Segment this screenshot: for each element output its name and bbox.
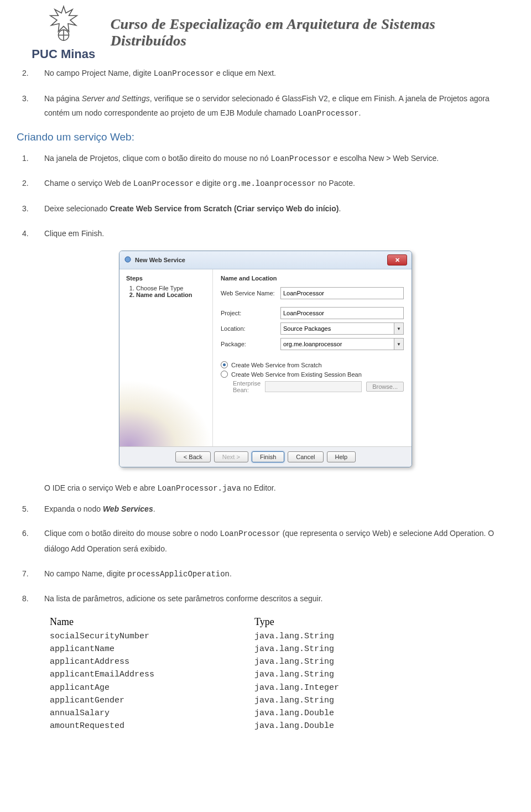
list-text: Clique com o botão direito do mouse sobr…	[44, 526, 514, 556]
text-segment: Web Services	[103, 504, 153, 513]
dialog-title-text: New Web Service	[135, 257, 185, 263]
list-item: 2.Chame o serviço Web de LoanProcessor e…	[17, 176, 514, 191]
crest-icon	[41, 3, 86, 45]
brand-label: PUC Minas	[17, 47, 111, 61]
list-number: 7.	[17, 566, 44, 582]
chevron-down-icon[interactable]: ▼	[394, 338, 404, 350]
page-header: PUC Minas Curso de Especialização em Arq…	[17, 0, 514, 61]
section-heading: Criando um serviço Web:	[17, 131, 514, 143]
text-segment: Na lista de parâmetros, adicione os sete…	[44, 594, 322, 603]
text-segment: LoanProcessor.java	[157, 484, 241, 493]
radio-existing[interactable]: Create Web Service from Existing Session…	[221, 371, 404, 378]
package-combo[interactable]: ▼	[280, 338, 404, 350]
help-button[interactable]: Help	[327, 451, 356, 462]
location-input[interactable]	[280, 322, 394, 335]
browse-button: Browse...	[366, 382, 404, 392]
text-segment: Deixe selecionado	[44, 204, 110, 213]
col-name: Name	[50, 616, 254, 628]
dialog-icon	[124, 256, 132, 264]
text-segment: .	[153, 504, 155, 513]
list-text: Clique em Finish.	[44, 226, 514, 241]
ent-bean-input	[265, 381, 362, 392]
list-item: 4.Clique em Finish.	[17, 226, 514, 241]
list-item: 7.No campo Name, digite processApplicOpe…	[17, 566, 514, 582]
list-item: 5.Expanda o nodo Web Services.	[17, 502, 514, 517]
param-table-head: Name Type	[50, 616, 514, 628]
package-input[interactable]	[280, 338, 394, 350]
back-button[interactable]: < Back	[175, 451, 211, 462]
list-text: No campo Project Name, digite LoanProces…	[44, 66, 514, 81]
text-segment: Clique em Finish.	[44, 229, 104, 238]
param-row: amountRequestedjava.lang.Double	[50, 720, 514, 732]
list-item: 3.Na página Server and Settings, verifiq…	[17, 91, 514, 121]
row-project: Project:	[221, 307, 404, 319]
list-number: 5.	[17, 502, 44, 517]
steps-heading: Steps	[126, 275, 207, 282]
dialog-body: Steps Choose File Type Name and Location…	[119, 269, 412, 446]
text-segment: org.me.loanprocessor	[223, 179, 316, 188]
param-row: applicantAddressjava.lang.String	[50, 655, 514, 668]
steps-list: Choose File Type Name and Location	[126, 285, 207, 298]
text-segment: Server and Settings	[82, 94, 150, 103]
radio-icon	[221, 371, 228, 378]
param-name: amountRequested	[50, 720, 254, 732]
logo-block: PUC Minas	[17, 3, 111, 61]
dialog-screenshot: New Web Service ✕ Steps Choose File Type…	[119, 251, 412, 467]
list-text: Na página Server and Settings, verifique…	[44, 91, 514, 121]
text-segment: .	[339, 204, 341, 213]
step-2: Name and Location	[136, 292, 207, 298]
param-type: java.lang.Double	[254, 720, 334, 732]
list-text: Na janela de Projetos, clique com o botã…	[44, 151, 514, 166]
radio-scratch-label: Create Web Service from Scratch	[231, 362, 322, 368]
param-row: applicantGenderjava.lang.String	[50, 694, 514, 707]
list-text: Na lista de parâmetros, adicione os sete…	[44, 591, 514, 606]
chevron-down-icon[interactable]: ▼	[394, 322, 404, 335]
page: PUC Minas Curso de Especialização em Arq…	[0, 0, 531, 755]
text-segment: No campo Name, digite	[44, 569, 127, 578]
param-name: socialSecurityNumber	[50, 630, 254, 643]
course-title: Curso de Especialização em Arquitetura d…	[111, 16, 514, 49]
location-combo[interactable]: ▼	[280, 322, 404, 335]
after-dialog-text: O IDE cria o serviço Web e abre LoanProc…	[44, 481, 514, 496]
list-text: Chame o serviço Web de LoanProcessor e d…	[44, 176, 514, 191]
param-name: applicantAge	[50, 681, 254, 694]
list-number: 8.	[17, 591, 44, 606]
text-segment: Na janela de Projetos, clique com o botã…	[44, 154, 270, 163]
text-segment: Expanda o nodo	[44, 504, 103, 513]
dialog-button-bar: < Back Next > Finish Cancel Help	[119, 446, 412, 467]
panel-heading: Name and Location	[221, 275, 404, 282]
ws-name-input[interactable]	[280, 287, 404, 299]
text-segment: e digite	[194, 179, 223, 188]
param-row: annualSalaryjava.lang.Double	[50, 707, 514, 720]
close-button[interactable]: ✕	[387, 254, 407, 266]
list-number: 6.	[17, 526, 44, 556]
step-1: Choose File Type	[136, 285, 207, 292]
dialog-steps-panel: Steps Choose File Type Name and Location	[119, 269, 213, 446]
param-row: socialSecurityNumberjava.lang.String	[50, 630, 514, 643]
param-type: java.lang.String	[254, 643, 334, 655]
list-item: 6.Clique com o botão direito do mouse so…	[17, 526, 514, 556]
instruction-list-top: 2.No campo Project Name, digite LoanProc…	[17, 66, 514, 121]
row-package: Package: ▼	[221, 338, 404, 350]
text-segment: processApplicOperation	[127, 570, 230, 579]
row-location: Location: ▼	[221, 322, 404, 335]
cancel-button[interactable]: Cancel	[288, 451, 323, 462]
location-label: Location:	[221, 325, 280, 332]
finish-button[interactable]: Finish	[252, 451, 284, 462]
instruction-list-service: 1.Na janela de Projetos, clique com o bo…	[17, 151, 514, 241]
dialog-window: New Web Service ✕ Steps Choose File Type…	[119, 251, 412, 467]
ws-name-label: Web Service Name:	[221, 290, 280, 296]
param-name: applicantAddress	[50, 655, 254, 668]
list-number: 2.	[17, 176, 44, 191]
wizard-art	[119, 380, 212, 446]
text-segment: no Editor.	[241, 483, 276, 492]
radio-scratch[interactable]: Create Web Service from Scratch	[221, 361, 404, 368]
project-input[interactable]	[280, 307, 404, 319]
text-segment: Clique com o botão direito do mouse sobr…	[44, 529, 220, 538]
next-button: Next >	[214, 451, 248, 462]
param-row: applicantNamejava.lang.String	[50, 643, 514, 655]
param-type: java.lang.String	[254, 630, 334, 643]
list-item: 3.Deixe selecionado Create Web Service f…	[17, 201, 514, 216]
close-icon: ✕	[395, 257, 400, 264]
list-text: No campo Name, digite processApplicOpera…	[44, 566, 514, 582]
